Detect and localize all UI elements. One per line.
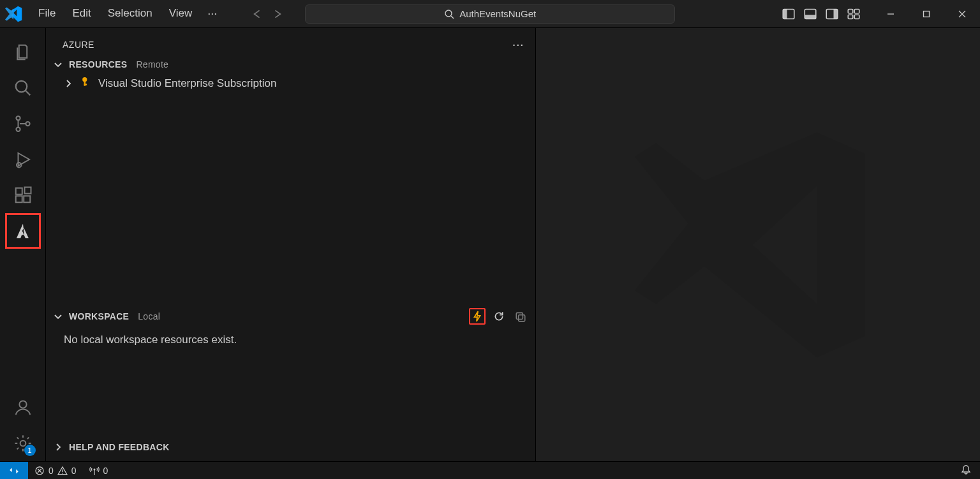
chevron-right-icon — [52, 442, 64, 452]
status-bar: 0 0 0 — [0, 461, 980, 479]
window-minimize-button[interactable] — [873, 0, 909, 28]
subscription-row[interactable]: Visual Studio Enterprise Subscription — [46, 73, 535, 93]
explorer-tab-icon[interactable] — [5, 34, 41, 70]
menu-more[interactable]: ··· — [201, 4, 223, 23]
toggle-secondary-sidebar-button[interactable] — [826, 8, 838, 20]
azure-sidebar: AZURE ··· RESOURCES Remote Visual Studio… — [46, 28, 536, 461]
accounts-icon[interactable] — [5, 390, 41, 425]
ports-count: 0 — [103, 466, 108, 476]
sidebar-title-row: AZURE ··· — [46, 28, 535, 55]
settings-gear-icon[interactable]: 1 — [5, 425, 41, 461]
resources-header-sub: Remote — [136, 59, 168, 70]
workspace-empty-message: No local workspace resources exist. — [46, 328, 535, 351]
svg-rect-9 — [854, 9, 859, 13]
main-area: 1 AZURE ··· RESOURCES Remote Visual Stud… — [0, 28, 980, 461]
ports-status[interactable]: 0 — [83, 466, 115, 476]
notifications-bell-icon[interactable] — [952, 464, 980, 476]
customize-layout-button[interactable] — [847, 8, 860, 20]
search-text: AuthEventsNuGet — [459, 8, 536, 19]
create-function-icon[interactable] — [469, 308, 486, 325]
vscode-watermark-icon — [536, 28, 980, 461]
settings-badge: 1 — [24, 445, 36, 456]
resources-header-label: RESOURCES — [69, 59, 127, 70]
svg-rect-23 — [15, 196, 22, 202]
svg-point-16 — [15, 81, 27, 92]
menu-view[interactable]: View — [161, 4, 200, 23]
svg-rect-10 — [848, 15, 853, 18]
command-center-search[interactable]: AuthEventsNuGet — [305, 4, 675, 24]
chevron-down-icon — [52, 311, 64, 321]
svg-point-19 — [16, 128, 20, 131]
workspace-header-sub: Local — [138, 311, 160, 321]
svg-point-18 — [16, 116, 20, 120]
menu-edit[interactable]: Edit — [64, 4, 98, 23]
azure-tab-icon[interactable] — [5, 213, 41, 249]
svg-rect-24 — [24, 196, 30, 202]
menu-selection[interactable]: Selection — [100, 4, 160, 23]
warning-icon — [57, 466, 68, 476]
title-bar: File Edit Selection View ··· AuthEventsN… — [0, 0, 980, 28]
workspace-section: WORKSPACE Local No local workspace resou… — [46, 304, 535, 438]
svg-rect-22 — [15, 188, 22, 195]
svg-rect-25 — [24, 188, 31, 194]
window-controls — [873, 0, 980, 28]
extensions-tab-icon[interactable] — [5, 177, 41, 213]
layout-controls — [782, 8, 860, 20]
chevron-right-icon — [63, 78, 74, 89]
svg-line-17 — [25, 91, 30, 96]
workspace-section-header[interactable]: WORKSPACE Local — [46, 304, 535, 328]
svg-point-20 — [26, 122, 29, 126]
svg-point-27 — [20, 441, 26, 446]
svg-point-26 — [19, 401, 26, 408]
svg-rect-7 — [834, 9, 838, 18]
deploy-icon[interactable] — [512, 308, 529, 325]
chevron-down-icon — [52, 59, 64, 70]
toggle-panel-button[interactable] — [804, 8, 817, 20]
svg-rect-3 — [783, 9, 787, 18]
run-debug-tab-icon[interactable] — [5, 142, 41, 177]
toggle-primary-sidebar-button[interactable] — [782, 8, 795, 20]
window-close-button[interactable] — [944, 0, 980, 28]
search-icon — [444, 9, 454, 19]
help-section-header[interactable]: HELP AND FEEDBACK — [46, 438, 535, 456]
subscription-label: Visual Studio Enterprise Subscription — [98, 77, 276, 90]
svg-rect-8 — [848, 9, 853, 13]
svg-point-37 — [62, 473, 63, 474]
sidebar-more-actions[interactable]: ··· — [512, 37, 524, 52]
key-icon — [80, 76, 92, 91]
workspace-header-label: WORKSPACE — [69, 311, 129, 321]
svg-rect-5 — [805, 15, 816, 18]
svg-point-0 — [445, 10, 452, 17]
problems-status[interactable]: 0 0 — [28, 466, 83, 476]
error-icon — [34, 466, 45, 476]
refresh-icon[interactable] — [491, 308, 507, 325]
svg-line-1 — [451, 16, 454, 18]
remote-indicator[interactable] — [0, 462, 28, 479]
svg-rect-13 — [924, 11, 930, 17]
activity-bar: 1 — [0, 28, 46, 461]
svg-rect-32 — [519, 315, 525, 321]
resources-section-header[interactable]: RESOURCES Remote — [46, 55, 535, 73]
help-header-label: HELP AND FEEDBACK — [69, 442, 170, 452]
menu-bar: File Edit Selection View ··· — [31, 4, 223, 23]
window-maximize-button[interactable] — [909, 0, 944, 28]
nav-back-button[interactable] — [249, 6, 264, 22]
editor-area — [536, 28, 980, 461]
menu-file[interactable]: File — [31, 4, 63, 23]
radio-tower-icon — [89, 466, 100, 476]
search-tab-icon[interactable] — [5, 70, 41, 106]
nav-forward-button[interactable] — [271, 6, 286, 22]
nav-arrows — [249, 6, 286, 22]
error-count: 0 — [48, 466, 54, 476]
svg-rect-31 — [516, 313, 523, 319]
source-control-tab-icon[interactable] — [5, 106, 41, 142]
vscode-logo-icon — [5, 5, 23, 23]
sidebar-title: AZURE — [63, 40, 94, 50]
svg-rect-11 — [854, 15, 859, 18]
svg-rect-30 — [84, 84, 87, 85]
warning-count: 0 — [71, 466, 77, 476]
